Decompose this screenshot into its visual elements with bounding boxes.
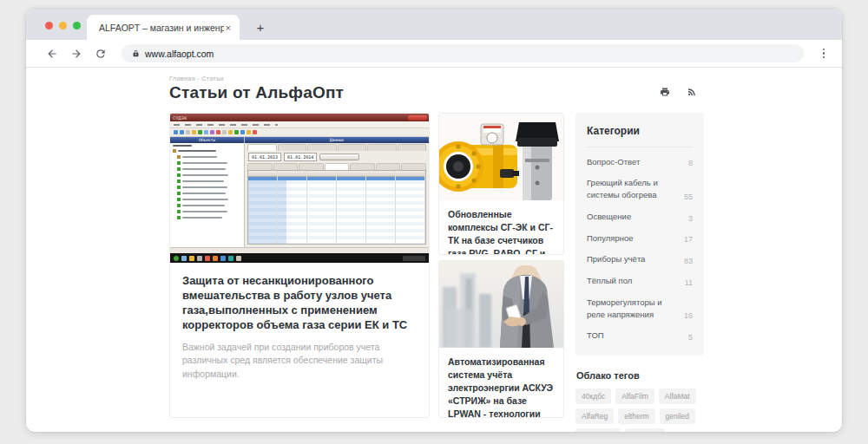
app-tree-panel: Объекты [170,137,245,247]
article-image-app-screenshot[interactable]: СОДЭК Объекты [170,114,429,263]
category-item[interactable]: Греющий кабель и системы обогрева 55 [587,173,693,206]
tag-pill[interactable]: geniled [660,408,695,424]
app-data-band: Данные [245,137,429,143]
categories-title: Категории [587,125,693,137]
forward-icon[interactable] [66,43,87,64]
url-bar[interactable]: www.alfaopt.com [122,44,804,62]
article-card-askue[interactable]: Автоматизированная система учёта электро… [438,260,564,418]
article-card-gas-meters[interactable]: Обновленные комплексы СГ-ЭК и СГ-ТК на б… [438,113,564,255]
windows-taskbar [170,253,429,263]
maximize-window-button[interactable] [73,22,81,29]
app-menu-bar [170,121,429,128]
category-item[interactable]: ТОП 5 [587,325,693,347]
tag-pill[interactable]: eltherm [618,408,654,424]
back-icon[interactable] [42,43,62,64]
app-close-button [408,115,427,121]
app-title-bar: СОДЭК [170,114,429,121]
category-count: 5 [688,333,693,342]
minimize-window-button[interactable] [59,22,67,29]
tag-pill[interactable]: AlfaMat [659,388,696,404]
tag-pill[interactable]: 40кдбс [575,388,611,404]
app-read-button [319,153,359,160]
category-count: 3 [688,214,693,223]
category-item[interactable]: Популярное 17 [587,227,693,249]
categories-panel: Категории Вопрос-Ответ 8 Греющий кабель … [575,113,704,356]
app-date-from: 01.01.2013 [248,153,281,161]
rss-icon[interactable] [687,87,697,97]
app-date-to: 01.01.2014 [284,153,317,161]
category-count: 8 [688,159,693,167]
tab-close-icon[interactable]: × [224,23,233,33]
category-count: 55 [684,193,693,201]
page-content: Главная - Статьи Статьи от АльфаОпт СОДЭ… [26,67,842,432]
category-count: 17 [684,235,693,244]
url-text: www.alfaopt.com [145,49,214,59]
app-data-table [247,170,426,245]
article-title[interactable]: Автоматизированная система учёта электро… [439,348,563,418]
category-item[interactable]: Терморегуляторы и реле напряжения 16 [587,291,693,325]
article-title[interactable]: Обновленные комплексы СГ-ЭК и СГ-ТК на б… [439,200,563,255]
tag-pill[interactable]: green box [575,428,621,432]
print-icon[interactable] [660,87,670,97]
article-image-businessman[interactable] [439,261,563,348]
breadcrumb[interactable]: Главная - Статьи [169,75,224,82]
tag-cloud: 40кдбс AlfaFilm AlfaMat AlfaReg eltherm … [575,388,704,432]
category-item[interactable]: Освещение 3 [587,206,693,227]
tab-title: ALFAOPT – магазин и инженр.. [99,23,224,33]
category-item[interactable]: Тёплый пол 11 [587,271,693,292]
sidebar: Категории Вопрос-Ответ 8 Греющий кабель … [575,113,704,432]
tag-pill[interactable]: AlfaReg [575,408,614,424]
app-toolbar [170,128,429,137]
category-item[interactable]: Вопрос-Ответ 8 [587,151,693,173]
window-controls [45,22,81,29]
category-count: 16 [684,311,693,320]
browser-menu-icon[interactable] [816,45,832,62]
category-count: 11 [685,278,693,287]
new-tab-button[interactable]: + [250,16,271,37]
browser-window: ALFAOPT – магазин и инженр.. × + www.alf… [26,9,842,432]
lock-icon [132,49,140,57]
page-title: Статьи от АльфаОпт [169,83,344,102]
close-window-button[interactable] [45,22,53,29]
article-title[interactable]: Защита от несанкционированного вмешатель… [182,273,417,333]
tag-pill[interactable]: raychem [625,428,666,432]
category-item[interactable]: Приборы учёта 83 [587,249,693,271]
article-image-gas-meter[interactable] [439,114,563,200]
browser-tab[interactable]: ALFAOPT – магазин и инженр.. × [87,15,240,40]
tab-strip: ALFAOPT – магазин и инженр.. × + [26,9,842,40]
article-excerpt: Важной задачей при создании приборов уче… [182,341,417,382]
tag-cloud-title: Облако тегов [576,370,704,381]
tag-pill[interactable]: AlfaFilm [615,388,654,404]
browser-toolbar: www.alfaopt.com [26,40,842,67]
article-card-gas-protection[interactable]: СОДЭК Объекты [169,113,430,418]
category-count: 83 [684,257,693,265]
refresh-icon[interactable] [90,43,111,64]
